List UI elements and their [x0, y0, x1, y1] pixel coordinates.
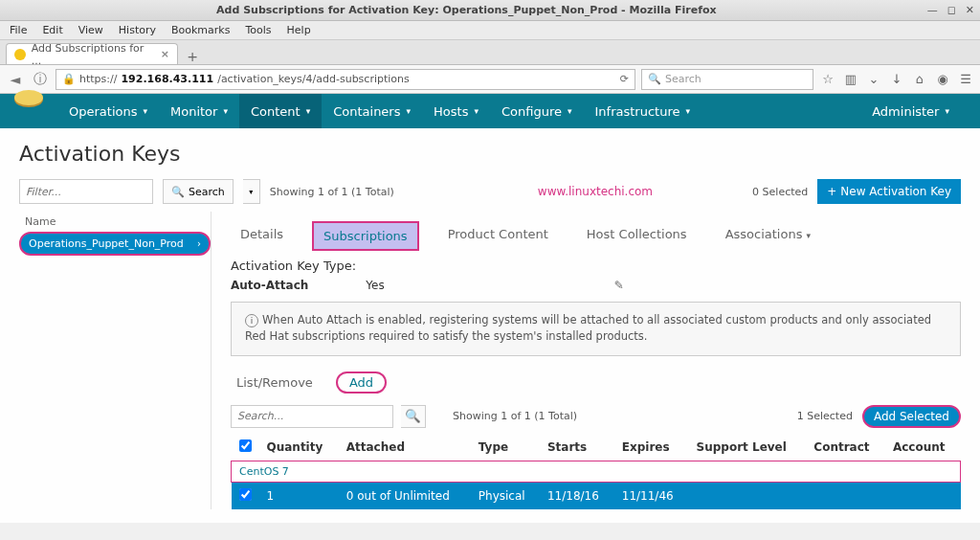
auto-attach-value: Yes [366, 279, 384, 292]
search-dropdown[interactable]: ▾ [243, 179, 260, 204]
subtab-add[interactable]: Add [336, 371, 387, 394]
lock-icon: 🔒 [62, 73, 76, 85]
plus-icon: + [827, 185, 836, 198]
nav-monitor[interactable]: Monitor▾ [159, 94, 239, 128]
col-expires: Expires [614, 434, 689, 461]
info-box: iWhen Auto Attach is enabled, registerin… [231, 302, 961, 356]
col-support-level: Support Level [689, 434, 807, 461]
tab-associations[interactable]: Associations ▾ [716, 221, 820, 251]
menu-bookmarks[interactable]: Bookmarks [171, 24, 230, 36]
maximize-button[interactable]: ◻ [947, 4, 956, 16]
table-row[interactable]: 1 0 out of Unlimited Physical 11/18/16 1… [232, 482, 961, 509]
info-icon: i [245, 314, 258, 327]
col-starts: Starts [540, 434, 614, 461]
tab-strip: Add Subscriptions for ... × + [0, 40, 980, 65]
cell-quantity: 1 [259, 482, 339, 509]
cell-contract [806, 482, 885, 509]
nav-configure[interactable]: Configure▾ [490, 94, 584, 128]
chevron-down-icon: ▾ [474, 106, 479, 116]
chevron-down-icon: ▾ [223, 106, 228, 116]
detail-panel: Details Subscriptions Product Content Ho… [211, 212, 961, 509]
url-input[interactable]: 🔒 https://192.168.43.111/activation_keys… [56, 69, 635, 90]
browser-menubar: File Edit View History Bookmarks Tools H… [0, 21, 980, 40]
browser-search-input[interactable]: 🔍 Search [641, 69, 813, 90]
menu-tools[interactable]: Tools [245, 24, 271, 36]
menu-view[interactable]: View [78, 24, 103, 36]
cell-support [689, 482, 807, 509]
sub-search-input[interactable] [231, 405, 393, 428]
new-tab-button[interactable]: + [182, 49, 203, 64]
identity-button[interactable]: ⓘ [31, 71, 50, 88]
search-icon: 🔍 [648, 73, 661, 85]
downloads-icon[interactable]: ↓ [888, 72, 905, 86]
chevron-down-icon: ▾ [945, 106, 949, 116]
browser-tab[interactable]: Add Subscriptions for ... × [6, 43, 178, 64]
url-host: 192.168.43.111 [121, 73, 213, 85]
home-icon[interactable]: ⌂ [911, 72, 928, 86]
add-selected-button[interactable]: Add Selected [862, 405, 961, 428]
activation-key-name: Operations_Puppet_Non_Prod [29, 237, 184, 250]
hamburger-icon[interactable]: ☰ [957, 72, 974, 86]
select-all-checkbox[interactable] [239, 439, 252, 452]
nav-content[interactable]: Content▾ [239, 94, 322, 128]
sub-showing-count: Showing 1 of 1 (1 Total) [453, 410, 577, 422]
page-title: Activation Keys [19, 142, 961, 166]
selected-count: 0 Selected [752, 186, 808, 198]
name-column-header: Name [19, 212, 211, 232]
close-button[interactable]: ✕ [966, 4, 974, 16]
auto-attach-row: Auto-Attach Yes ✎ [231, 279, 961, 292]
subtab-list-remove[interactable]: List/Remove [231, 373, 319, 392]
search-button[interactable]: 🔍Search [163, 179, 234, 204]
edit-icon[interactable]: ✎ [614, 279, 624, 292]
chevron-down-icon: ▾ [568, 106, 572, 116]
tab-product-content[interactable]: Product Content [438, 221, 558, 251]
pocket-icon[interactable]: ⌄ [865, 72, 882, 86]
library-icon[interactable]: ▥ [842, 72, 859, 86]
tab-host-collections[interactable]: Host Collections [577, 221, 697, 251]
nav-containers[interactable]: Containers▾ [322, 94, 422, 128]
tab-details[interactable]: Details [231, 221, 293, 251]
col-type: Type [471, 434, 540, 461]
nav-hosts[interactable]: Hosts▾ [422, 94, 490, 128]
nav-operations[interactable]: Operations▾ [57, 94, 159, 128]
col-contract: Contract [806, 434, 885, 461]
reload-icon[interactable]: ⟳ [620, 73, 629, 85]
window-controls: — ◻ ✕ [927, 4, 974, 16]
back-button[interactable]: ◄ [6, 72, 25, 87]
cell-starts: 11/18/16 [540, 482, 614, 509]
window-title: Add Subscriptions for Activation Key: Op… [6, 4, 927, 16]
url-path: /activation_keys/4/add-subscriptions [217, 73, 410, 85]
detail-tabs: Details Subscriptions Product Content Ho… [231, 221, 961, 251]
star-icon[interactable]: ☆ [819, 72, 836, 86]
chevron-down-icon: ▾ [306, 106, 311, 116]
left-column: Name Operations_Puppet_Non_Prod › [19, 212, 211, 509]
sub-toolbar: 🔍 Showing 1 of 1 (1 Total) 1 Selected Ad… [231, 405, 961, 428]
menu-file[interactable]: File [10, 24, 27, 36]
url-scheme: https:// [79, 73, 117, 85]
cell-attached: 0 out of Unlimited [339, 482, 471, 509]
tab-label: Add Subscriptions for ... [32, 42, 155, 67]
sub-selected-count: 1 Selected [797, 410, 853, 422]
menu-edit[interactable]: Edit [42, 24, 62, 36]
tab-subscriptions[interactable]: Subscriptions [312, 221, 419, 251]
col-account: Account [885, 434, 961, 461]
sub-search-button[interactable]: 🔍 [401, 405, 426, 428]
menu-history[interactable]: History [119, 24, 156, 36]
minimize-button[interactable]: — [927, 4, 938, 16]
group-name: CentOS 7 [232, 461, 961, 482]
info-text: When Auto Attach is enabled, registering… [245, 313, 931, 343]
activation-key-item[interactable]: Operations_Puppet_Non_Prod › [19, 232, 211, 256]
showing-count: Showing 1 of 1 (1 Total) [270, 186, 394, 198]
extension-icon[interactable]: ◉ [934, 72, 951, 86]
tab-close-icon[interactable]: × [161, 48, 169, 60]
filter-input[interactable] [19, 179, 153, 204]
chevron-down-icon: ▾ [685, 106, 690, 116]
nav-administer[interactable]: Administer▾ [860, 94, 961, 128]
nav-infrastructure[interactable]: Infrastructure▾ [583, 94, 702, 128]
search-placeholder: Search [665, 73, 702, 85]
row-checkbox[interactable] [239, 488, 252, 501]
menu-help[interactable]: Help [287, 24, 311, 36]
new-activation-key-button[interactable]: +New Activation Key [817, 179, 961, 204]
sub-tabs: List/Remove Add [231, 371, 961, 394]
search-icon: 🔍 [171, 186, 185, 198]
